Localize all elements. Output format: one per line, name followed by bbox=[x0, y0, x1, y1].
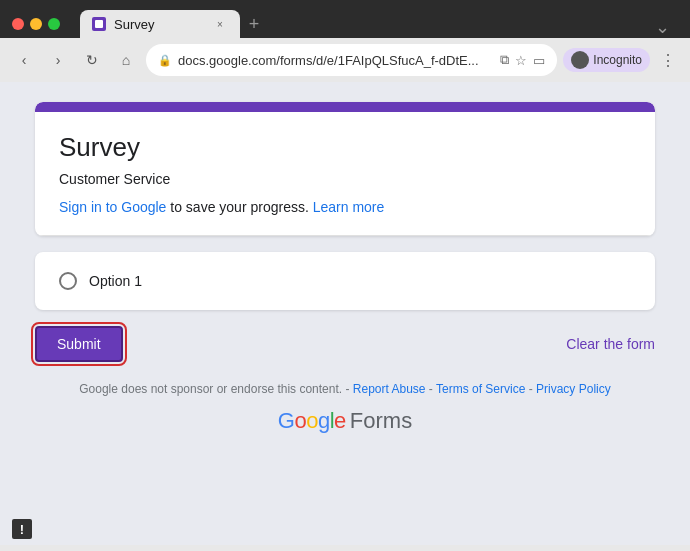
active-tab[interactable]: Survey × bbox=[80, 10, 240, 38]
submit-row: Submit Clear the form bbox=[35, 326, 655, 362]
minimize-traffic-light[interactable] bbox=[30, 18, 42, 30]
google-logo-text: Google bbox=[278, 408, 346, 434]
radio-option-1[interactable] bbox=[59, 272, 77, 290]
sign-in-text: to save your progress. bbox=[166, 199, 312, 215]
alert-icon: ! bbox=[12, 519, 32, 539]
maximize-traffic-light[interactable] bbox=[48, 18, 60, 30]
learn-more-link[interactable]: Learn more bbox=[313, 199, 385, 215]
refresh-button[interactable]: ↻ bbox=[78, 46, 106, 74]
terms-link[interactable]: Terms of Service bbox=[436, 382, 525, 396]
privacy-link[interactable]: Privacy Policy bbox=[536, 382, 611, 396]
tab-icon[interactable]: ▭ bbox=[533, 53, 545, 68]
browser-chrome: Survey × + ⌄ ‹ › ↻ ⌂ 🔒 docs.google.com/f… bbox=[0, 0, 690, 82]
form-subtitle: Customer Service bbox=[59, 171, 631, 187]
back-button[interactable]: ‹ bbox=[10, 46, 38, 74]
tab-favicon-inner bbox=[95, 20, 103, 28]
copy-icon[interactable]: ⧉ bbox=[500, 52, 509, 68]
tab-favicon bbox=[92, 17, 106, 31]
bookmark-icon[interactable]: ☆ bbox=[515, 53, 527, 68]
home-button[interactable]: ⌂ bbox=[112, 46, 140, 74]
footer-disclaimer-text: Google does not sponsor or endorse this … bbox=[79, 382, 342, 396]
footer: Google does not sponsor or endorse this … bbox=[35, 382, 655, 434]
footer-disclaimer: Google does not sponsor or endorse this … bbox=[35, 382, 655, 396]
form-title: Survey bbox=[59, 132, 631, 163]
page-content: Survey Customer Service Sign in to Googl… bbox=[0, 82, 690, 545]
option-row: Option 1 bbox=[59, 272, 631, 290]
profile-button[interactable]: Incognito bbox=[563, 48, 650, 72]
footer-separator-2: - bbox=[429, 382, 436, 396]
forms-logo-text: Forms bbox=[350, 408, 412, 434]
form-header-bar bbox=[35, 102, 655, 112]
address-bar[interactable]: 🔒 docs.google.com/forms/d/e/1FAIpQLSfucA… bbox=[146, 44, 557, 76]
submit-button[interactable]: Submit bbox=[35, 326, 123, 362]
form-card: Survey Customer Service Sign in to Googl… bbox=[35, 102, 655, 236]
tab-menu-button[interactable]: ⌄ bbox=[647, 16, 678, 38]
footer-separator-3: - bbox=[529, 382, 536, 396]
profile-label: Incognito bbox=[593, 53, 642, 67]
close-traffic-light[interactable] bbox=[12, 18, 24, 30]
footer-separator-1: - bbox=[345, 382, 352, 396]
form-header-content: Survey Customer Service Sign in to Googl… bbox=[35, 112, 655, 236]
tabs-bar: Survey × + ⌄ bbox=[80, 10, 678, 38]
profile-avatar bbox=[571, 51, 589, 69]
forward-button[interactable]: › bbox=[44, 46, 72, 74]
tab-close-button[interactable]: × bbox=[212, 16, 228, 32]
lock-icon: 🔒 bbox=[158, 54, 172, 67]
nav-bar: ‹ › ↻ ⌂ 🔒 docs.google.com/forms/d/e/1FAI… bbox=[0, 38, 690, 82]
address-text: docs.google.com/forms/d/e/1FAIpQLSfucA_f… bbox=[178, 53, 494, 68]
sign-in-link[interactable]: Sign in to Google bbox=[59, 199, 166, 215]
traffic-lights bbox=[12, 18, 60, 30]
option-card: Option 1 bbox=[35, 252, 655, 310]
google-forms-logo: Google Forms bbox=[35, 408, 655, 434]
option-1-label: Option 1 bbox=[89, 273, 142, 289]
browser-menu-button[interactable]: ⋮ bbox=[656, 51, 680, 70]
clear-form-link[interactable]: Clear the form bbox=[566, 336, 655, 352]
title-bar: Survey × + ⌄ bbox=[0, 0, 690, 38]
report-abuse-link[interactable]: Report Abuse bbox=[353, 382, 426, 396]
sign-in-line: Sign in to Google to save your progress.… bbox=[59, 199, 631, 215]
new-tab-button[interactable]: + bbox=[240, 10, 268, 38]
address-actions: ⧉ ☆ ▭ bbox=[500, 52, 545, 68]
tab-title: Survey bbox=[114, 17, 204, 32]
